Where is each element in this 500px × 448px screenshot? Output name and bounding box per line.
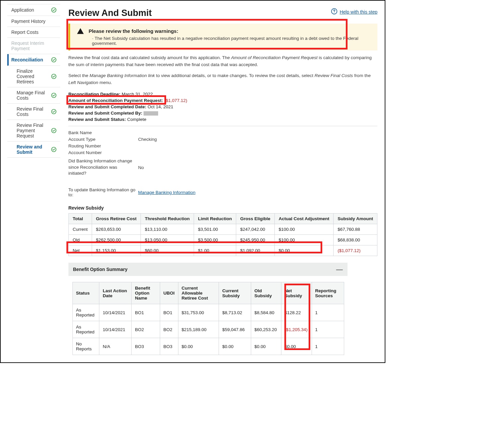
nav-item-label: Finalize Covered Retirees <box>17 68 51 84</box>
page-title: Review And Submit <box>68 8 152 18</box>
table-header: Threshold Reduction <box>141 214 194 224</box>
bos-title: Benefit Option Summary <box>73 267 128 272</box>
review-status: Review and Submit Status: Complete <box>68 117 377 122</box>
nav-item-label: Request Interim Payment <box>11 41 57 51</box>
nav-item-label: Reconciliation <box>11 57 43 62</box>
reconciliation-amount: Amount of Reconciliation Payment Request… <box>68 98 377 103</box>
cell: BO1 <box>132 304 160 321</box>
cell: $8,713.02 <box>219 304 251 321</box>
nav-item-manage-final-costs[interactable]: Manage Final Costs <box>7 87 60 104</box>
check-icon <box>51 146 57 152</box>
nav-item-label: Payment History <box>11 19 46 24</box>
table-header: Reporting Sources <box>312 282 344 304</box>
cell: BO2 <box>160 321 178 338</box>
cell: 1 <box>312 304 344 321</box>
table-header: Net Subsidy <box>281 282 312 304</box>
nav-item-label: Report Costs <box>11 30 39 35</box>
check-icon <box>51 109 57 115</box>
row-label: Current <box>68 224 92 235</box>
benefit-option-summary-table: StatusLast Action DateBenefit Option Nam… <box>72 282 344 355</box>
warning-item: The Net Subsidy calculation has resulted… <box>92 36 370 46</box>
table-header: Subsidy Amount <box>334 214 377 224</box>
cell: As Reported <box>72 304 99 321</box>
nav-item-label: Review Final Payment Request <box>17 123 51 138</box>
table-header: Last Action Date <box>99 282 132 304</box>
check-icon <box>51 92 57 98</box>
table-header: Actual Cost Adjustment <box>274 214 334 224</box>
cell: $0.00 <box>178 338 219 355</box>
completed-by: Review and Submit Completed By: <box>68 111 377 116</box>
nav-item-finalize-covered-retirees[interactable]: Finalize Covered Retirees <box>7 66 60 87</box>
update-banking-label: To update Banking Information go to: <box>68 187 138 197</box>
cell: 10/14/2021 <box>99 321 132 338</box>
cell: 10/14/2021 <box>99 304 132 321</box>
row-label: Net <box>68 245 92 256</box>
check-icon <box>51 7 57 13</box>
cell: No Reports <box>72 338 99 355</box>
cell: $100.00 <box>274 235 334 245</box>
cell: $60.00 <box>141 245 194 256</box>
table-row: No ReportsN/ABO3BO3$0.00$0.00$0.00$0.001 <box>72 338 344 355</box>
separator <box>68 126 377 126</box>
cell: BO3 <box>160 338 178 355</box>
table-row: As Reported10/14/2021BO2BO2$215,189.00$5… <box>72 321 344 338</box>
left-nav: ApplicationPayment HistoryReport CostsRe… <box>1 1 65 362</box>
cell: $0.00 <box>251 338 281 355</box>
warning-alert: Please review the following warnings: Th… <box>68 24 377 50</box>
account-type-label: Account Type <box>68 137 138 142</box>
cell: 1 <box>312 338 344 355</box>
nav-item-review-final-payment-request[interactable]: Review Final Payment Request <box>7 120 60 141</box>
table-header: Gross Eligible <box>236 214 274 224</box>
check-icon <box>51 57 57 63</box>
review-subsidy-title: Review Subsidy <box>68 205 377 211</box>
nav-item-review-final-costs[interactable]: Review Final Costs <box>7 104 60 120</box>
cell: $60,253.20 <box>251 321 281 338</box>
nav-item-label: Review Final Costs <box>17 106 51 117</box>
banking-changed-label: Did Banking Information change since Rec… <box>68 157 138 178</box>
cell: $262,500.00 <box>92 235 141 245</box>
cell: N/A <box>99 338 132 355</box>
bank-name-label: Bank Name <box>68 130 138 135</box>
cell: $1.00 <box>194 245 236 256</box>
manage-banking-link[interactable]: Manage Banking Information <box>138 190 196 195</box>
cell: $128.22 <box>281 304 312 321</box>
page: ApplicationPayment HistoryReport CostsRe… <box>0 0 385 363</box>
nav-item-label: Review and Submit <box>17 144 51 155</box>
nav-item-application[interactable]: Application <box>7 4 60 16</box>
table-header: UBOI <box>160 282 178 304</box>
cell: $263,653.00 <box>92 224 141 235</box>
cell: As Reported <box>72 321 99 338</box>
nav-item-review-and-submit[interactable]: Review and Submit <box>7 141 60 158</box>
table-header: Current Allowable Retiree Cost <box>178 282 219 304</box>
table-header: Benefit Option Name <box>132 282 160 304</box>
cell: $3,501.00 <box>194 224 236 235</box>
cell: $31,753.00 <box>178 304 219 321</box>
account-number-label: Account Number <box>68 150 138 155</box>
main-content: Review And Submit Help with this step Pl… <box>65 1 385 362</box>
cell: $68,838.00 <box>334 235 377 245</box>
cell: 1 <box>312 321 344 338</box>
cell: ($1,077.12) <box>334 245 377 256</box>
banking-changed-value: No <box>138 165 211 170</box>
nav-item-reconciliation[interactable]: Reconciliation <box>7 54 60 66</box>
check-icon <box>51 73 57 79</box>
reconciliation-amount-value: ($1,077.12) <box>164 98 187 103</box>
nav-item-report-costs[interactable]: Report Costs <box>7 27 60 38</box>
completed-date: Review and Submit Completed Date: Oct 14… <box>68 104 377 109</box>
cell: $8,584.80 <box>251 304 281 321</box>
account-type-value: Checking <box>138 137 211 142</box>
cell: $247,042.00 <box>236 224 274 235</box>
table-header: Limit Reduction <box>194 214 236 224</box>
nav-item-payment-history[interactable]: Payment History <box>7 16 60 27</box>
nav-item-label: Manage Final Costs <box>17 90 51 101</box>
review-subsidy-table: TotalGross Retiree CostThreshold Reducti… <box>68 213 377 256</box>
benefit-option-summary-header[interactable]: Benefit Option Summary — <box>68 263 348 276</box>
help-icon <box>331 8 338 16</box>
description-2: Select the Manage Banking Information li… <box>68 72 377 86</box>
help-link[interactable]: Help with this step <box>331 8 377 16</box>
collapse-icon: — <box>336 267 343 272</box>
table-header: Gross Retiree Cost <box>92 214 141 224</box>
check-icon <box>51 128 57 134</box>
cell: BO2 <box>132 321 160 338</box>
cell: $13,050.00 <box>141 235 194 245</box>
